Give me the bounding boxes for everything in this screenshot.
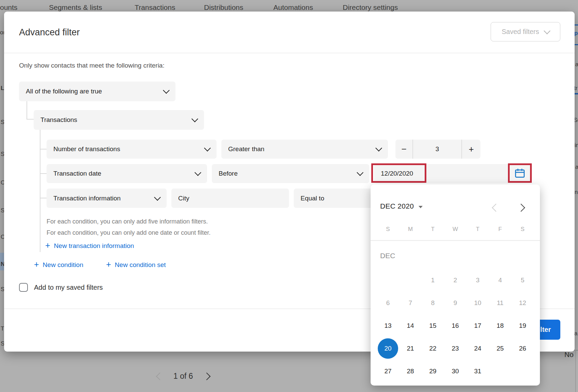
calendar-day [377, 269, 399, 291]
calendar-day: 6 [377, 291, 399, 314]
chevron-down-icon [204, 145, 211, 152]
new-transaction-information-link[interactable]: + New transaction information [45, 242, 134, 250]
tree-connector [40, 198, 47, 198]
chevron-down-icon [191, 115, 198, 122]
helper-line-1: For each condition, you can only add fiv… [47, 216, 210, 227]
annotation-box-calendar-icon [508, 163, 532, 183]
weekday-label: M [399, 226, 422, 233]
calendar-grid: 1234567891011121314151617181920212223242… [377, 269, 534, 382]
condition-source-value: Transactions [40, 116, 77, 124]
add-to-saved-filters-checkbox[interactable] [19, 283, 28, 292]
date-field-dropdown[interactable]: Transaction date [47, 164, 207, 183]
calendar-day[interactable]: 31 [466, 360, 489, 382]
calendar-day: 2 [444, 269, 466, 291]
bg-table-border-vertical [575, 350, 576, 392]
next-month-icon[interactable] [517, 203, 525, 212]
nav-tab[interactable]: Segments & lists [49, 3, 102, 12]
calendar-day[interactable]: 26 [511, 337, 534, 360]
new-condition-set-label: New condition set [115, 261, 166, 269]
calendar-day[interactable]: 28 [399, 360, 422, 382]
info-field-dropdown[interactable]: Transaction information [47, 189, 167, 208]
calendar-day: 10 [466, 291, 489, 314]
weekday-label: S [377, 226, 399, 233]
count-field-dropdown[interactable]: Number of transactions [47, 140, 217, 159]
new-condition-link[interactable]: + New condition [34, 261, 83, 269]
pagination-prev-icon[interactable] [156, 372, 164, 380]
weekday-label: W [444, 226, 466, 233]
condition-group-value: All of the following are true [26, 88, 102, 95]
pagination-next-icon[interactable] [203, 372, 210, 380]
helper-text: For each condition, you can only add fiv… [47, 216, 210, 238]
calendar-day[interactable]: 17 [466, 314, 489, 337]
stepper-minus-button[interactable]: − [395, 140, 412, 159]
calendar-day[interactable]: 16 [444, 314, 466, 337]
count-operator-dropdown[interactable]: Greater than [221, 140, 388, 159]
stepper-plus-button[interactable]: + [462, 140, 480, 159]
nav-tab[interactable]: Transactions [135, 3, 175, 12]
date-picker-popup: DEC 2020 SMTWTFS DEC 1234567891011121314… [371, 184, 540, 386]
count-field-value: Number of transactions [53, 145, 120, 153]
weekday-label: F [489, 226, 511, 233]
date-operator-dropdown[interactable]: Before [212, 164, 369, 183]
info-operator-value: Equal to [301, 195, 324, 202]
date-field-value: Transaction date [53, 170, 101, 177]
calendar-day[interactable]: 27 [377, 360, 399, 382]
prev-month-icon[interactable] [492, 203, 500, 212]
tree-connector [40, 130, 40, 252]
calendar-day[interactable]: 30 [444, 360, 466, 382]
count-value-input[interactable]: 3 [413, 140, 461, 159]
info-attribute-value: City [178, 195, 189, 202]
add-to-saved-filters-label: Add to my saved filters [34, 284, 103, 291]
calendar-day: 11 [489, 291, 511, 314]
calendar-day[interactable]: 22 [422, 337, 444, 360]
calendar-day [511, 360, 534, 382]
bg-text-fragment: a [575, 61, 578, 68]
calendar-day[interactable]: 14 [399, 314, 422, 337]
weekday-header-row: SMTWTFS [377, 226, 534, 233]
calendar-day[interactable]: 13 [377, 314, 399, 337]
calendar-day[interactable]: 18 [489, 314, 511, 337]
calendar-day[interactable]: 29 [422, 360, 444, 382]
nav-tab[interactable]: Directory settings [343, 3, 398, 12]
calendar-day[interactable]: 19 [511, 314, 534, 337]
weekday-label: S [511, 226, 534, 233]
month-tag: DEC [380, 252, 395, 260]
date-operator-value: Before [219, 170, 238, 177]
saved-filters-label: Saved filters [502, 28, 539, 36]
nav-tab[interactable]: Automations [273, 3, 313, 12]
plus-icon: + [106, 260, 111, 269]
bg-text-fragment: in [575, 142, 578, 149]
bg-text-fragment: n [575, 189, 578, 196]
calendar-day: 1 [422, 269, 444, 291]
tree-connector [27, 101, 27, 120]
nav-tab[interactable]: ounts [0, 3, 17, 12]
calendar-day[interactable]: 21 [399, 337, 422, 360]
bg-pagination: 1 of 6 [157, 372, 209, 381]
new-condition-set-link[interactable]: + New condition set [106, 261, 166, 269]
helper-line-2: For each condition, you can only add one… [47, 227, 210, 238]
nav-tab[interactable]: Distributions [204, 3, 243, 12]
month-year-dropdown[interactable]: DEC 2020 [380, 202, 423, 210]
info-field-value: Transaction information [53, 195, 121, 202]
bg-text-fragment: T [1, 325, 4, 332]
calendar-divider [371, 240, 540, 241]
bg-fragment-bar [575, 24, 578, 25]
calendar-day: 4 [489, 269, 511, 291]
modal-title: Advanced filter [19, 27, 80, 38]
count-operator-value: Greater than [228, 145, 265, 153]
info-attribute-field[interactable]: City [171, 189, 289, 208]
chevron-down-icon [163, 87, 170, 94]
calendar-day[interactable]: 23 [444, 337, 466, 360]
calendar-day[interactable]: 25 [489, 337, 511, 360]
tree-connector [40, 149, 47, 149]
condition-source-dropdown[interactable]: Transactions [34, 110, 204, 130]
count-stepper: − 3 + [395, 140, 480, 159]
bg-text-fragment: p [574, 30, 578, 37]
tree-connector [27, 119, 34, 120]
condition-group-dropdown[interactable]: All of the following are true [19, 82, 175, 101]
new-transaction-information-label: New transaction information [54, 242, 134, 250]
calendar-day[interactable]: 24 [466, 337, 489, 360]
saved-filters-button[interactable]: Saved filters [491, 22, 560, 41]
calendar-day-selected[interactable]: 20 [378, 338, 398, 359]
calendar-day[interactable]: 15 [422, 314, 444, 337]
